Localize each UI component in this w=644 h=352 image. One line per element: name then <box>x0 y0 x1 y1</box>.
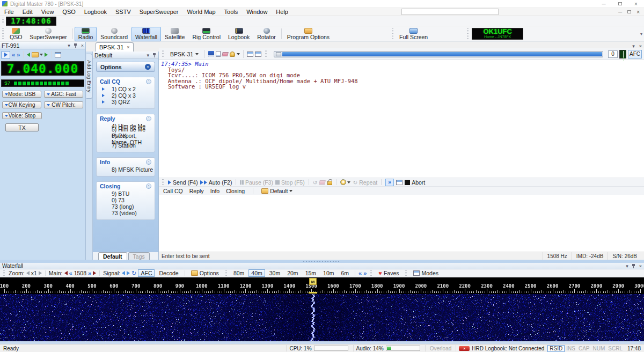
toolbar-grip[interactable] <box>2 18 4 25</box>
prev-freq-icon[interactable]: « <box>12 52 15 58</box>
receive-pane[interactable]: 17:47:35> Main Toys/ Tcvr....: ICOM 756 … <box>159 60 644 178</box>
band-80m-button[interactable]: 80m <box>231 269 247 277</box>
main-up-icon[interactable] <box>93 271 96 275</box>
favourites-dropdown[interactable] <box>32 52 43 57</box>
minimize-button[interactable]: ─ <box>596 0 612 8</box>
toolbar-grip[interactable] <box>3 270 5 276</box>
macro-item[interactable]: 6) Report, Name, QTH <box>97 136 155 142</box>
toolbar-grip[interactable] <box>467 28 469 39</box>
band-prev-icon[interactable]: « <box>358 270 362 276</box>
toolbar-grip[interactable] <box>2 28 4 39</box>
toolbar-grip[interactable] <box>370 270 372 276</box>
macro-item[interactable]: 7) Station <box>97 142 155 149</box>
macro-tab-info[interactable]: Info <box>210 188 220 194</box>
macro-item[interactable]: 73 (long) <box>97 203 155 210</box>
toolbar-grip[interactable] <box>265 50 267 58</box>
tab-bpsk31[interactable]: BPSK-31 × <box>96 42 134 52</box>
band-down-icon[interactable] <box>27 53 30 57</box>
radio-button[interactable]: Radio <box>75 27 97 41</box>
main-step-down-icon[interactable]: « <box>69 270 72 276</box>
panel-close-icon[interactable]: × <box>81 43 84 48</box>
macro-item[interactable]: 73 (video) <box>97 210 155 216</box>
band-6m-button[interactable]: 6m <box>339 269 352 277</box>
macro-item[interactable]: 9) BTU <box>97 190 155 197</box>
macros-tab-tags[interactable]: Tags <box>128 252 150 260</box>
soundcard-button[interactable]: Soundcard <box>97 27 131 41</box>
signal-prev-icon[interactable] <box>122 271 125 275</box>
macro-item[interactable]: 3) QRZ <box>97 99 155 105</box>
menu-help[interactable]: Help <box>272 8 292 16</box>
menu-supersweeper[interactable]: SuperSweeper <box>135 8 183 16</box>
zoom-in-icon[interactable] <box>39 271 42 275</box>
waterfall-display[interactable] <box>0 277 644 344</box>
waterfall-button[interactable]: Waterfall <box>131 27 161 41</box>
window-options-icon[interactable] <box>255 52 261 57</box>
toolbar-grip[interactable] <box>392 28 393 39</box>
collapse-icon[interactable]: « <box>145 64 151 70</box>
mdi-restore-icon[interactable] <box>627 10 631 13</box>
macro-item[interactable]: 1) CQ x 2 <box>97 86 155 92</box>
frequency-display[interactable]: 7.040.000 <box>1 61 84 76</box>
abort-button[interactable]: Abort <box>405 179 425 186</box>
band-10m-button[interactable]: 10m <box>320 269 336 277</box>
options-window-icon[interactable] <box>55 52 61 57</box>
cw-keying-dropdown[interactable]: CW Keying <box>2 101 41 108</box>
macro-tab-closing[interactable]: Closing <box>226 188 245 194</box>
toolbar-overflow-icon[interactable]: ▾ <box>640 32 642 36</box>
macro-tab-call-cq[interactable]: Call CQ <box>163 188 183 194</box>
pause-button[interactable]: Pause (F3) <box>240 179 273 186</box>
menu-tools[interactable]: Tools <box>220 8 243 16</box>
macro-set-dropdown[interactable]: Default <box>261 188 292 194</box>
panel-menu-icon[interactable]: ▾ <box>147 53 149 58</box>
macro-tab-reply[interactable]: Reply <box>189 188 204 194</box>
mdi-minimize-icon[interactable]: ─ <box>618 9 622 15</box>
collapse-icon[interactable]: ˆ <box>146 159 151 165</box>
clear-icon[interactable] <box>222 52 229 56</box>
menu-window[interactable]: Window <box>242 8 272 16</box>
collapse-icon[interactable]: ˆ <box>146 79 151 84</box>
band-up-icon[interactable] <box>45 53 48 57</box>
pin-icon[interactable] <box>632 263 636 268</box>
more-button[interactable]: » <box>385 179 394 186</box>
supersweeper-button[interactable]: SuperSweeper <box>26 27 70 41</box>
pin-icon[interactable] <box>74 43 78 48</box>
add-log-entry-tab[interactable]: Add Log Entry <box>86 54 92 99</box>
collapse-icon[interactable]: ˆ <box>146 184 151 189</box>
stop-button[interactable]: Stop (F5) <box>275 179 305 186</box>
menu-logbook[interactable]: Logbook <box>80 8 111 16</box>
toolbar-grip[interactable] <box>225 270 227 276</box>
band-40m-button[interactable]: 40m <box>248 269 265 277</box>
menu-qso[interactable]: QSO <box>58 8 79 16</box>
mdi-close-icon[interactable]: × <box>636 9 640 15</box>
repeat-button[interactable]: ↻Repeat <box>353 179 377 186</box>
timer-dropdown[interactable] <box>340 179 350 185</box>
macro-item[interactable]: 2) CQ x 3 <box>97 92 155 99</box>
options-bar[interactable]: Options « <box>96 62 155 72</box>
cw-pitch-dropdown[interactable]: CW Pitch: <box>44 101 83 108</box>
auto-button[interactable]: Auto (F2) <box>200 179 232 186</box>
panel-menu-icon[interactable]: ▾ <box>68 43 70 48</box>
menu-search-box[interactable] <box>401 9 499 15</box>
mode-select-button[interactable]: BPSK-31 <box>167 50 201 58</box>
full-screen-button[interactable]: Full Screen <box>396 27 431 41</box>
band-next-icon[interactable]: » <box>363 270 367 276</box>
logbook-button[interactable]: Logbook <box>224 27 253 41</box>
rsid-indicator[interactable]: RSID <box>547 345 565 352</box>
macro-item[interactable]: 0) 73 <box>97 197 155 203</box>
restore-button[interactable] <box>612 0 628 8</box>
toolbar-grip[interactable] <box>162 50 164 58</box>
collapse-icon[interactable]: ˆ <box>146 116 151 121</box>
menu-sstv[interactable]: SSTV <box>111 8 135 16</box>
voice-dropdown[interactable]: Voice: Stop <box>2 112 42 119</box>
decode-button[interactable]: Decode <box>156 269 181 277</box>
pin-icon[interactable] <box>152 53 157 57</box>
band-20m-button[interactable]: 20m <box>284 269 301 277</box>
send-button[interactable]: Send (F4) <box>168 179 198 186</box>
signal-refresh-icon[interactable]: ↻ <box>131 270 136 277</box>
transmit-pane[interactable] <box>159 195 644 252</box>
zoom-out-icon[interactable] <box>26 271 30 275</box>
wf-afc-button[interactable]: AFC <box>138 269 155 277</box>
main-down-icon[interactable] <box>64 271 68 275</box>
rotator-button[interactable]: Rotator <box>253 27 279 41</box>
slider-thumb[interactable] <box>276 52 281 56</box>
